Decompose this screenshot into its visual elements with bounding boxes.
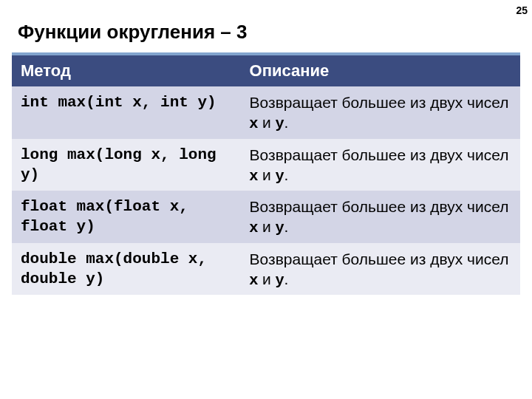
page-number: 25 [516, 4, 528, 16]
table-row: long max(long x, long y) Возвращает боль… [12, 139, 520, 191]
desc-dot: . [284, 114, 288, 131]
desc-x: x [250, 166, 259, 183]
desc-x: x [250, 218, 259, 235]
method-cell: long max(long x, long y) [12, 139, 241, 191]
desc-x: x [250, 270, 259, 287]
desc-and: и [258, 114, 275, 131]
desc-x: x [250, 114, 259, 131]
header-method: Метод [12, 55, 241, 86]
page-title: Функции округления – 3 [0, 0, 532, 52]
desc-pre: Возвращает большее из двух чисел [250, 146, 509, 163]
method-cell: double max(double x, double y) [12, 243, 241, 296]
table-row: int max(int x, int y) Возвращает большее… [12, 86, 520, 139]
desc-y: y [276, 166, 284, 183]
method-cell: float max(float x, float y) [12, 191, 241, 243]
desc-and: и [258, 218, 275, 235]
desc-pre: Возвращает большее из двух чисел [250, 198, 509, 215]
desc-y: y [276, 114, 284, 131]
desc-dot: . [284, 270, 288, 287]
desc-and: и [258, 166, 275, 183]
desc-cell: Возвращает большее из двух чисел x и y. [241, 243, 520, 296]
desc-dot: . [284, 166, 288, 183]
desc-cell: Возвращает большее из двух чисел x и y. [241, 191, 520, 243]
methods-table: Метод Описание int max(int x, int y) Воз… [12, 55, 520, 295]
desc-y: y [276, 218, 284, 235]
header-desc: Описание [241, 55, 520, 86]
desc-cell: Возвращает большее из двух чисел x и y. [241, 139, 520, 191]
table-row: double max(double x, double y) Возвращае… [12, 243, 520, 296]
method-cell: int max(int x, int y) [12, 86, 241, 139]
desc-cell: Возвращает большее из двух чисел x и y. [241, 86, 520, 139]
table-header-row: Метод Описание [12, 55, 520, 86]
desc-and: и [258, 270, 275, 287]
desc-pre: Возвращает большее из двух чисел [250, 94, 509, 111]
desc-pre: Возвращает большее из двух чисел [250, 250, 509, 267]
desc-y: y [276, 270, 284, 287]
desc-dot: . [284, 218, 288, 235]
table-row: float max(float x, float y) Возвращает б… [12, 191, 520, 243]
